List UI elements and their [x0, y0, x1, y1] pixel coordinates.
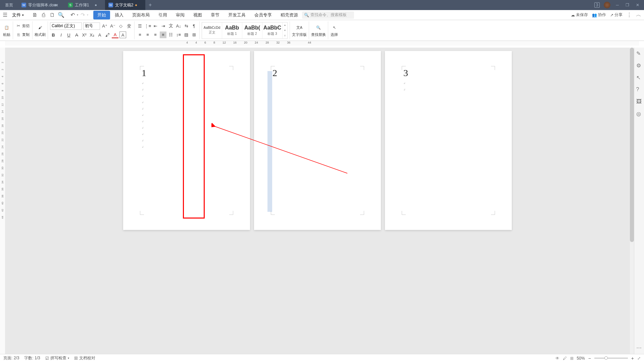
avatar[interactable] [604, 2, 610, 8]
size-select[interactable] [83, 22, 100, 30]
save-icon[interactable]: 🗎 [32, 12, 38, 18]
redo-icon[interactable]: ↷ [80, 12, 86, 18]
more-icon[interactable]: ⋯ [636, 345, 642, 351]
vertical-ruler[interactable]: 2 2 4 6 8 10 12 14 16 18 20 22 24 26 28 … [0, 48, 5, 354]
decrease-font-icon[interactable]: A⁻ [109, 23, 116, 29]
copy-button[interactable]: ⎘ 复制 [15, 32, 30, 38]
menu-tab-insert[interactable]: 插入 [111, 11, 128, 19]
text-effects-button[interactable]: A [96, 32, 103, 38]
collapse-ribbon-icon[interactable]: ︿ [636, 11, 641, 18]
search-input[interactable]: 🔍 查找命令、搜索模板 [302, 11, 354, 19]
word-count[interactable]: 字数: 1/3 [24, 355, 40, 361]
show-marks-icon[interactable]: ¶ [191, 22, 197, 29]
increase-font-icon[interactable]: A⁺ [101, 23, 108, 29]
chevron-down-icon[interactable]: ▾ [77, 13, 78, 16]
find-replace-button[interactable]: 🔍 查找替换 [311, 23, 326, 37]
scrollbar-thumb[interactable] [630, 48, 634, 242]
horizontal-ruler[interactable]: 4 4 6 8 12 16 20 24 28 32 36 44 [0, 41, 644, 48]
bold-button[interactable]: B [50, 32, 57, 38]
minimize-button[interactable]: ─ [614, 1, 620, 9]
menu-tab-resource[interactable]: 稻壳资源 [277, 11, 302, 19]
help-icon[interactable]: ? [636, 86, 642, 93]
print-preview-icon[interactable]: 🗋 [49, 12, 55, 18]
sort-icon[interactable]: A↓ [175, 22, 182, 29]
distribute-icon[interactable]: ☷ [167, 32, 174, 38]
menu-tab-dev[interactable]: 开发工具 [224, 11, 250, 19]
italic-button[interactable]: I [58, 32, 64, 38]
decrease-indent-icon[interactable]: ⇤ [152, 22, 159, 29]
menu-tab-start[interactable]: 开始 [93, 11, 110, 19]
align-justify-icon[interactable]: ≡ [160, 32, 166, 38]
underline-button[interactable]: U [65, 32, 72, 38]
spell-check-button[interactable]: ☑ 拼写检查 ▾ [45, 355, 69, 361]
gallery-icon[interactable]: 🖼 [636, 99, 642, 105]
paste-button[interactable]: 📋 粘贴 [3, 23, 11, 37]
print-icon[interactable]: ⎙ [41, 12, 47, 18]
zoom-slider[interactable] [594, 358, 628, 359]
style-h3[interactable]: AaBbC 标题 3 [262, 22, 283, 39]
font-color-button[interactable]: A [112, 32, 118, 38]
text-direction-icon[interactable]: 文 [167, 22, 174, 29]
zoom-out-button[interactable]: − [588, 356, 591, 361]
highlight-button[interactable]: 🖍 [104, 32, 111, 38]
page-2[interactable]: 2 [254, 51, 381, 230]
scroll-up-icon[interactable]: ▴ [284, 23, 286, 26]
new-tab-button[interactable]: + [145, 0, 155, 10]
align-right-icon[interactable]: ≡ [152, 32, 159, 38]
chevron-down-icon[interactable]: ▾ [87, 13, 88, 16]
target-icon[interactable]: ◎ [636, 111, 642, 117]
clear-format-icon[interactable]: ◇ [117, 23, 124, 29]
cut-button[interactable]: ✂ 剪切 [15, 23, 30, 29]
tab-icon[interactable]: ⇆ [183, 22, 190, 29]
preview-icon[interactable]: 🔍 [58, 12, 64, 18]
page-indicator[interactable]: 页面: 2/3 [3, 355, 19, 361]
pencil-icon[interactable]: ✎ [636, 50, 642, 56]
menu-icon[interactable]: ☰ [3, 12, 7, 18]
badge-count[interactable]: 3 [594, 2, 600, 8]
char-border-button[interactable]: A [119, 32, 126, 38]
tab-doc2[interactable]: S 工作簿1 [65, 0, 105, 10]
menu-tab-view[interactable]: 视图 [189, 11, 206, 19]
tab-doc1[interactable]: W 零分猫脚本.docx [18, 0, 65, 10]
eye-icon[interactable]: 👁 [555, 356, 559, 361]
maximize-button[interactable]: ❐ [624, 1, 631, 9]
shading-icon[interactable]: ▨ [183, 32, 190, 38]
fit-width-icon[interactable]: ⤢ [637, 356, 641, 361]
superscript-button[interactable]: X² [81, 32, 88, 38]
style-h1[interactable]: AaBb 标题 1 [222, 22, 242, 39]
undo-icon[interactable]: ↶ [69, 12, 76, 18]
format-painter-button[interactable]: 🖌 格式刷 [35, 23, 46, 37]
zoom-value[interactable]: 50% [577, 356, 585, 361]
close-button[interactable]: ✕ [635, 1, 641, 9]
menu-tab-ref[interactable]: 引用 [154, 11, 171, 19]
select-button[interactable]: ↖ 选择 [330, 23, 338, 37]
vertical-scrollbar[interactable] [630, 48, 634, 354]
collab-button[interactable]: 👥 协作 [592, 12, 606, 18]
bullet-list-icon[interactable]: ☰ [137, 22, 143, 29]
settings-slider-icon[interactable]: ⚙ [636, 62, 642, 68]
font-select[interactable] [50, 22, 82, 30]
share-button[interactable]: ↗ 分享 [610, 12, 623, 18]
file-menu[interactable]: 文件 ▾ [9, 11, 27, 19]
phonetic-icon[interactable]: 变 [126, 23, 132, 29]
highlight-mode-icon[interactable]: 🖊 [563, 356, 567, 361]
style-normal[interactable]: AaBbCcDd 正文 [202, 22, 222, 39]
number-list-icon[interactable]: ⋮≡ [144, 22, 151, 29]
page-1[interactable]: 1 ↲ ↲ ↲ ↲ ↲ ↲ ↲ ↲ ↲ ↲ ↲ [123, 51, 250, 230]
zoom-in-button[interactable]: + [631, 356, 634, 361]
page-3[interactable]: 3 ↲ ↲ [385, 51, 512, 230]
view-mode-icon[interactable]: ⊞ [570, 356, 574, 361]
align-left-icon[interactable]: ≡ [137, 32, 143, 38]
menu-tab-member[interactable]: 会员专享 [250, 11, 276, 19]
zoom-thumb[interactable] [604, 356, 608, 360]
more-icon[interactable]: ⋮ [627, 12, 632, 18]
line-spacing-icon[interactable]: ↕≡ [175, 32, 182, 38]
text-layout-button[interactable]: 文A 文字排版 [292, 23, 307, 37]
borders-icon[interactable]: ⊞ [191, 32, 197, 38]
increase-indent-icon[interactable]: ⇥ [160, 22, 166, 29]
tab-doc3[interactable]: W 文字文稿2 [105, 0, 145, 10]
menu-tab-layout[interactable]: 页面布局 [128, 11, 154, 19]
style-h2[interactable]: AaBb( 标题 2 [242, 22, 262, 39]
expand-icon[interactable]: ≡ [284, 34, 286, 37]
styles-gallery[interactable]: AaBbCcDd 正文 AaBb 标题 1 AaBb( 标题 2 AaBbC 标… [202, 22, 288, 39]
